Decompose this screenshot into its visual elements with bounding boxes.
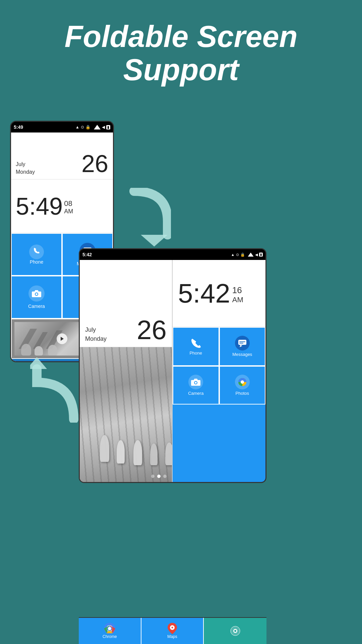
tablet-bottom-music[interactable] bbox=[204, 618, 266, 644]
tablet-app-photos[interactable]: Photos bbox=[219, 366, 266, 405]
svg-marker-9 bbox=[61, 337, 64, 341]
phone-calendar-month-day: July Monday bbox=[16, 161, 35, 176]
phone-status-icons: ▲ ⊙ 🔒 ◀ ▮ bbox=[75, 125, 110, 129]
tablet-bottom-chrome-label: Chrome bbox=[103, 634, 117, 639]
svg-marker-10 bbox=[141, 235, 168, 247]
tablet-app-phone[interactable]: Phone bbox=[173, 327, 219, 366]
tablet-clock-details: 16 AM bbox=[232, 285, 243, 304]
tablet-bottom-maps[interactable]: Maps bbox=[141, 618, 204, 644]
tablet-left-column: July Monday 26 bbox=[80, 260, 173, 482]
tablet-calendar-month-day: July Monday bbox=[85, 325, 107, 343]
svg-point-18 bbox=[241, 380, 244, 384]
tablet-app-camera-label: Camera bbox=[188, 391, 203, 396]
svg-point-26 bbox=[234, 630, 236, 632]
svg-point-6 bbox=[36, 293, 38, 295]
phone-clock-time: 5:49 bbox=[16, 194, 63, 218]
phone-clock-widget: 5:49 08 AM bbox=[11, 179, 113, 233]
tablet-status-time: 5:42 bbox=[82, 252, 92, 257]
phone-app-camera[interactable]: Camera bbox=[11, 276, 62, 318]
svg-marker-0 bbox=[94, 125, 101, 129]
tablet-clock-seconds: 16 bbox=[232, 285, 243, 296]
tablet-app-messages[interactable]: Messages bbox=[219, 327, 266, 366]
phone-status-time: 5:49 bbox=[14, 124, 23, 130]
tablet-clock-widget: 5:42 16 AM bbox=[173, 260, 265, 327]
phone-clock-details: 08 AM bbox=[64, 199, 73, 215]
tablet-app-photos-label: Photos bbox=[236, 391, 249, 396]
svg-marker-11 bbox=[30, 357, 47, 369]
phone-app-camera-label: Camera bbox=[28, 304, 45, 309]
svg-rect-15 bbox=[239, 343, 243, 343]
chess-photo-large bbox=[80, 347, 172, 482]
tablet-app-phone-label: Phone bbox=[189, 351, 202, 356]
svg-point-22 bbox=[108, 627, 111, 630]
arrow-down-icon bbox=[124, 188, 171, 248]
phone-calendar-widget: July Monday 26 bbox=[11, 132, 113, 179]
tablet-app-camera[interactable]: Camera bbox=[173, 366, 219, 405]
arrow-up-icon bbox=[30, 356, 84, 423]
tablet-clock-time: 5:42 bbox=[178, 280, 230, 307]
tablet-status-icons: ▲ ⊙ 🔒 ◀ ▮ bbox=[231, 253, 263, 257]
phone-app-phone[interactable]: Phone bbox=[11, 233, 62, 276]
tablet-large-mockup: 5:42 ▲ ⊙ 🔒 ◀ ▮ July Monday 26 bbox=[79, 248, 266, 483]
svg-point-17 bbox=[195, 382, 197, 384]
tablet-clock-ampm: AM bbox=[232, 296, 243, 304]
tablet-app-grid: Phone Messages bbox=[173, 327, 265, 482]
phone-clock-ampm: AM bbox=[64, 208, 73, 215]
svg-rect-13 bbox=[238, 340, 246, 345]
tablet-calendar-date: 26 bbox=[137, 317, 167, 343]
tablet-bottom-chrome[interactable]: Chrome bbox=[79, 618, 141, 644]
phone-calendar-date: 26 bbox=[81, 152, 108, 176]
tablet-bottom-bar: Chrome Maps bbox=[79, 617, 266, 644]
tablet-app-messages-label: Messages bbox=[232, 352, 252, 357]
phone-status-bar: 5:49 ▲ ⊙ 🔒 ◀ ▮ bbox=[11, 122, 113, 132]
phone-app-phone-label: Phone bbox=[30, 259, 43, 265]
tablet-chess-photo bbox=[80, 347, 172, 482]
svg-marker-12 bbox=[248, 253, 253, 257]
phone-clock-seconds: 08 bbox=[64, 199, 73, 208]
tablet-right-column: 5:42 16 AM Phone bbox=[173, 260, 265, 482]
page-title: Foldable Screen Support bbox=[0, 0, 362, 100]
tablet-bottom-maps-label: Maps bbox=[167, 634, 177, 639]
svg-rect-14 bbox=[239, 341, 245, 342]
tablet-calendar-widget: July Monday 26 bbox=[80, 260, 172, 347]
tablet-status-bar: 5:42 ▲ ⊙ 🔒 ◀ ▮ bbox=[80, 249, 265, 260]
tablet-screen-grid: July Monday 26 bbox=[80, 260, 265, 482]
